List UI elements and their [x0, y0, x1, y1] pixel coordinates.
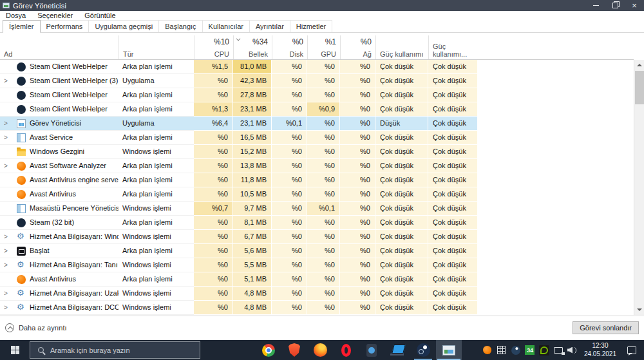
cell-gpu: %0 — [307, 187, 340, 202]
scrollbar-up-arrow-icon[interactable] — [634, 60, 644, 70]
maximize-button[interactable] — [605, 0, 625, 11]
cell-gpu: %0 — [307, 216, 340, 230]
taskbar-app-genericapp[interactable] — [359, 340, 384, 360]
cell-disk: %0 — [272, 88, 307, 102]
expand-chevron-icon[interactable]: > — [0, 74, 12, 88]
taskbar-app-steam[interactable] — [410, 340, 436, 360]
menu-item-görüntüle[interactable]: Görüntüle — [79, 12, 121, 19]
taskbar-app-laptop[interactable] — [384, 340, 410, 360]
expand-chevron-icon[interactable]: > — [0, 159, 12, 173]
process-name: Avast Antivirus engine server — [30, 173, 118, 187]
expand-chevron-icon[interactable]: > — [0, 287, 12, 300]
taskbar-app-opera[interactable] — [333, 340, 359, 360]
process-name-cell: >Başlat — [0, 244, 118, 258]
cell-disk: %0 — [272, 202, 307, 216]
tab-uygulama-geçmişi[interactable]: Uygulama geçmişi — [88, 20, 159, 32]
start-button[interactable] — [0, 340, 30, 360]
column-header-ad[interactable]: Ad — [0, 35, 118, 59]
cell-net: %0 — [340, 244, 375, 258]
opera-icon — [341, 344, 351, 357]
steam-icon — [17, 77, 26, 86]
process-row[interactable]: Steam Client WebHelperArka plan işlemi%0… — [0, 88, 634, 102]
tab-başlangıç[interactable]: Başlangıç — [158, 20, 202, 32]
minimize-button[interactable] — [586, 0, 605, 11]
scrollbar-thumb[interactable] — [635, 71, 644, 104]
end-task-button[interactable]: Görevi sonlandır — [573, 321, 639, 334]
column-header-tur[interactable]: Tür — [118, 35, 194, 59]
tray-nvidia-icon[interactable] — [537, 340, 551, 360]
tray-steam-icon[interactable] — [509, 340, 523, 360]
cell-cpu: %6,4 — [194, 117, 233, 131]
expand-chevron-icon[interactable]: > — [0, 131, 12, 144]
column-header-cpu[interactable]: %10CPU — [194, 35, 233, 59]
cell-cpu: %0 — [194, 244, 233, 258]
process-row[interactable]: >Avast Software AnalyzerArka plan işlemi… — [0, 159, 634, 173]
cell-cpu: %1,3 — [194, 102, 233, 117]
process-row[interactable]: >Avast ServiceArka plan işlemi%016,5 MB%… — [0, 131, 634, 145]
tray-avast-icon[interactable] — [480, 340, 495, 360]
process-row[interactable]: Steam Client WebHelperArka plan işlemi%1… — [0, 102, 634, 117]
tab-performans[interactable]: Performans — [40, 20, 90, 32]
process-name-cell: Steam Client WebHelper — [0, 60, 118, 74]
close-button[interactable]: × — [625, 0, 644, 11]
column-header-net[interactable]: %0Ağ — [340, 35, 375, 59]
cell-net: %0 — [340, 74, 375, 88]
cell-power: Çok düşük — [375, 88, 428, 102]
taskbar-app-taskmgr[interactable] — [436, 340, 462, 360]
action-center-icon[interactable] — [627, 346, 636, 354]
cell-gpu: %0 — [307, 145, 340, 159]
tab-kullanıcılar[interactable]: Kullanıcılar — [202, 20, 250, 32]
less-details-toggle[interactable]: Daha az ayrıntı — [5, 323, 67, 332]
column-header-mem[interactable]: %34Bellek — [233, 35, 272, 59]
cell-disk: %0 — [272, 60, 307, 74]
expand-chevron-icon[interactable]: > — [0, 117, 12, 130]
process-row[interactable]: Steam (32 bit)Arka plan işlemi%08,1 MB%0… — [0, 216, 634, 230]
tab-i̇şlemler[interactable]: İşlemler — [3, 20, 41, 32]
steam-icon — [17, 105, 26, 114]
process-row[interactable]: Avast AntivirusArka plan işlemi%010,5 MB… — [0, 187, 634, 202]
cell-cpu: %0 — [194, 258, 233, 272]
column-header-gpu[interactable]: %1GPU — [307, 35, 340, 59]
cell-disk: %0 — [272, 216, 307, 230]
column-header-disk[interactable]: %0Disk — [272, 35, 307, 59]
expand-chevron-icon[interactable]: > — [0, 230, 12, 243]
process-type-cell: Arka plan işlemi — [118, 187, 194, 202]
process-row[interactable]: Masaüstü Pencere YöneticisiWindows işlem… — [0, 202, 634, 216]
process-row[interactable]: >Hizmet Ana Bilgisayarı: DCOM S...Window… — [0, 301, 634, 315]
expand-chevron-icon[interactable]: > — [0, 244, 12, 258]
process-row[interactable]: >BaşlatArka plan işlemi%05,6 MB%0%0%0Çok… — [0, 244, 634, 258]
tray-temp-icon[interactable]: 34 — [523, 340, 537, 360]
process-row[interactable]: >Hizmet Ana Bilgisayarı: Window...Window… — [0, 230, 634, 244]
process-row[interactable]: >Steam Client WebHelper (3)Uygulama%042,… — [0, 74, 634, 88]
tab-ayrıntılar[interactable]: Ayrıntılar — [249, 20, 290, 32]
tray-grid-icon[interactable] — [495, 340, 509, 360]
taskbar-app-firefox[interactable] — [307, 340, 333, 360]
taskbar-app-chrome[interactable] — [256, 340, 281, 360]
cell-power: Çok düşük — [375, 258, 428, 272]
tab-hizmetler[interactable]: Hizmetler — [290, 20, 332, 32]
expand-chevron-icon[interactable]: > — [0, 258, 12, 272]
tray-volume-icon[interactable] — [565, 340, 580, 360]
avast-icon — [17, 190, 26, 199]
process-row[interactable]: >Hizmet Ana Bilgisayarı: Uzaktan ...Wind… — [0, 287, 634, 301]
column-header-ptrend[interactable]: Güç kullanımı... — [428, 35, 478, 59]
expand-chevron-icon[interactable]: > — [0, 301, 12, 314]
tray-display-icon[interactable] — [551, 340, 565, 360]
cell-power: Çok düşük — [375, 301, 428, 315]
process-row[interactable]: Avast AntivirusArka plan işlemi%05,1 MB%… — [0, 272, 634, 287]
menubar: DosyaSeçeneklerGörüntüle — [0, 11, 644, 20]
menu-item-seçenekler[interactable]: Seçenekler — [32, 12, 79, 19]
scrollbar-down-arrow-icon[interactable] — [634, 305, 644, 315]
taskbar-clock[interactable]: 12:3024.05.2021 — [580, 342, 622, 358]
process-row[interactable]: Steam Client WebHelperArka plan işlemi%1… — [0, 60, 634, 74]
column-header-power[interactable]: Güç kullanımı — [375, 35, 428, 59]
scrollbar[interactable] — [634, 60, 644, 315]
process-row[interactable]: Windows GezginiWindows işlemi%015,2 MB%0… — [0, 145, 634, 159]
menu-item-dosya[interactable]: Dosya — [0, 12, 32, 19]
taskbar-search-input[interactable]: Aramak için buraya yazın — [30, 341, 200, 359]
process-row[interactable]: >Görev YöneticisiUygulama%6,423,1 MB%0,1… — [0, 117, 634, 131]
process-row[interactable]: Avast Antivirus engine serverArka plan i… — [0, 173, 634, 187]
taskbar-apps — [256, 340, 462, 360]
process-row[interactable]: >Hizmet Ana Bilgisayarı: Tanı İlke...Win… — [0, 258, 634, 272]
taskbar-app-brave[interactable] — [281, 340, 307, 360]
